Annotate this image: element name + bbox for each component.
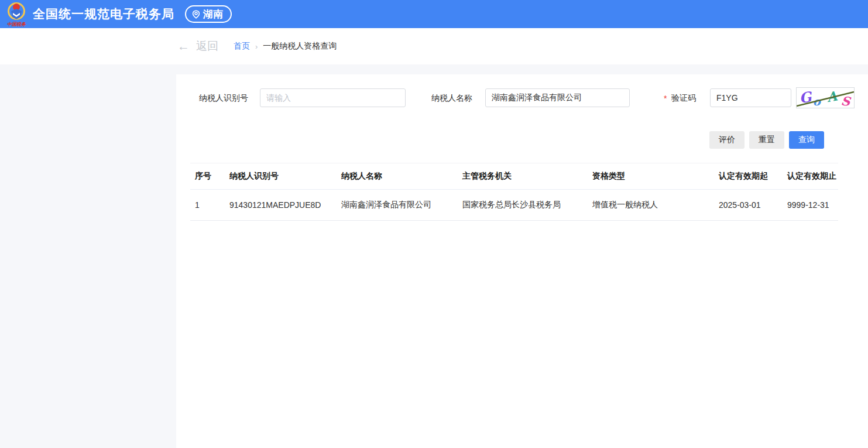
required-asterisk: *: [664, 88, 667, 107]
breadcrumb: 首页 › 一般纳税人资格查询: [234, 41, 337, 52]
results-table: 序号 纳税人识别号 纳税人名称 主管税务机关 资格类型 认定有效期起 认定有效期…: [190, 163, 838, 221]
col-header-valid-from: 认定有效期起: [719, 163, 787, 190]
region-label: 湖南: [203, 8, 223, 21]
cell-tax-authority: 国家税务总局长沙县税务局: [462, 190, 592, 221]
china-tax-emblem-icon: 中国税务: [5, 1, 28, 27]
col-header-index: 序号: [190, 163, 229, 190]
breadcrumb-current-page: 一般纳税人资格查询: [263, 41, 337, 52]
cell-qualification-type: 增值税一般纳税人: [592, 190, 719, 221]
table-header-row: 序号 纳税人识别号 纳税人名称 主管税务机关 资格类型 认定有效期起 认定有效期…: [190, 163, 838, 190]
app-title: 全国统一规范电子税务局: [33, 6, 174, 22]
back-arrow-icon: ←: [177, 39, 190, 53]
taxpayer-id-label: 纳税人识别号: [199, 88, 248, 107]
captcha-label: 验证码: [671, 88, 696, 107]
captcha-input[interactable]: [710, 88, 791, 107]
taxpayer-name-input[interactable]: [485, 88, 630, 107]
col-header-valid-to: 认定有效期止: [787, 163, 838, 190]
region-badge[interactable]: 湖南: [185, 5, 232, 23]
action-button-row: 评价 重置 查询: [709, 131, 824, 149]
cell-valid-to: 9999-12-31: [787, 190, 838, 221]
reset-button[interactable]: 重置: [749, 131, 784, 149]
col-header-taxpayer-id: 纳税人识别号: [229, 163, 341, 190]
col-header-qualification-type: 资格类型: [592, 163, 719, 190]
location-pin-icon: [192, 10, 200, 19]
breadcrumb-home-link[interactable]: 首页: [234, 41, 250, 52]
table-row: 1 91430121MAEDPJUE8D 湖南鑫润泽食品有限公司 国家税务总局长…: [190, 190, 838, 221]
taxpayer-id-input[interactable]: [260, 88, 406, 107]
evaluate-button[interactable]: 评价: [709, 131, 745, 149]
query-button[interactable]: 查询: [789, 131, 824, 149]
tax-bureau-logo: 中国税务: [5, 1, 28, 27]
cell-valid-from: 2025-03-01: [719, 190, 787, 221]
back-button[interactable]: ← 返回: [177, 39, 218, 54]
taxpayer-name-label: 纳税人名称: [431, 88, 472, 107]
svg-text:中国税务: 中国税务: [7, 22, 26, 27]
cell-index: 1: [190, 190, 229, 221]
cell-taxpayer-id: 91430121MAEDPJUE8D: [229, 190, 341, 221]
captcha-characters: G o A S: [797, 88, 854, 108]
col-header-taxpayer-name: 纳税人名称: [341, 163, 462, 190]
breadcrumb-separator: ›: [255, 42, 258, 51]
col-header-tax-authority: 主管税务机关: [462, 163, 592, 190]
breadcrumb-bar: ← 返回 首页 › 一般纳税人资格查询: [0, 28, 868, 64]
cell-taxpayer-name: 湖南鑫润泽食品有限公司: [341, 190, 462, 221]
back-label: 返回: [196, 39, 218, 54]
content-card: 纳税人识别号 纳税人名称 * 验证码 G o A S 评价 重置 查询 序号 纳…: [176, 74, 868, 448]
captcha-image[interactable]: G o A S: [796, 87, 855, 108]
app-header: 中国税务 全国统一规范电子税务局 湖南: [0, 0, 868, 28]
